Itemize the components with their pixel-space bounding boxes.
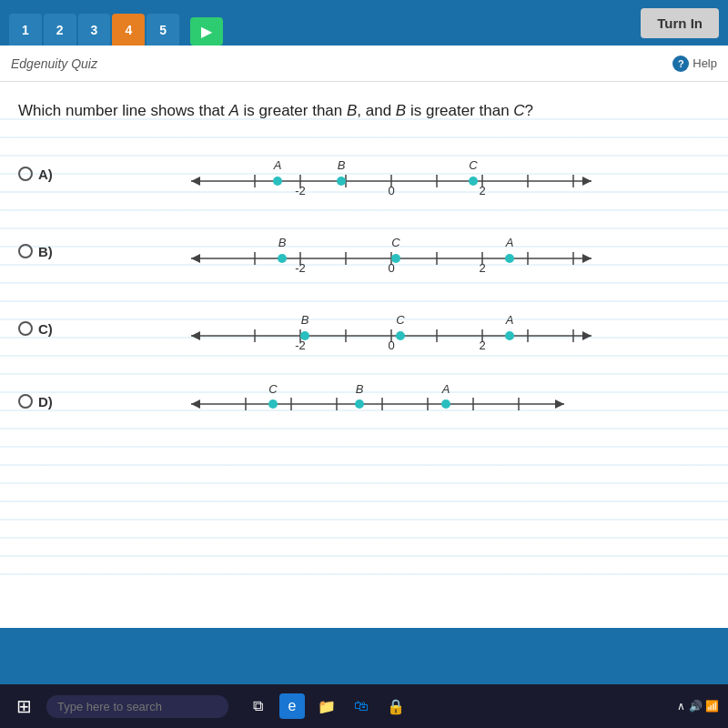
svg-text:C: C bbox=[268, 382, 278, 396]
svg-point-54 bbox=[300, 331, 309, 340]
tab-container: 1 2 3 4 5 ▶ bbox=[9, 0, 223, 46]
top-bar: 1 2 3 4 5 ▶ Turn In bbox=[0, 0, 728, 46]
svg-marker-21 bbox=[191, 254, 200, 263]
svg-text:0: 0 bbox=[388, 261, 394, 275]
browser-icon[interactable]: e bbox=[279, 693, 305, 719]
svg-point-70 bbox=[268, 399, 278, 409]
svg-text:B: B bbox=[356, 382, 364, 396]
svg-text:0: 0 bbox=[388, 184, 394, 197]
option-label-a: A) bbox=[38, 167, 64, 182]
svg-marker-42 bbox=[582, 331, 592, 340]
svg-text:2: 2 bbox=[479, 339, 485, 352]
svg-point-38 bbox=[505, 254, 514, 263]
svg-point-34 bbox=[278, 254, 287, 263]
svg-text:B: B bbox=[301, 313, 309, 327]
radio-c[interactable] bbox=[18, 321, 33, 336]
svg-text:C: C bbox=[391, 236, 400, 249]
svg-point-72 bbox=[355, 399, 364, 409]
store-icon[interactable]: 🛍 bbox=[349, 693, 374, 719]
taskbar: ⊞ ⧉ e 📁 🛍 🔒 ∧ 🔊 📶 bbox=[0, 684, 728, 728]
svg-text:-2: -2 bbox=[295, 261, 306, 275]
svg-marker-1 bbox=[191, 177, 200, 186]
svg-text:-2: -2 bbox=[295, 184, 306, 197]
option-row-d: D) C B bbox=[18, 381, 710, 422]
svg-text:A: A bbox=[273, 158, 282, 172]
lock-icon[interactable]: 🔒 bbox=[383, 693, 409, 719]
content-area: Edgenuity Quiz ? Help Which number line … bbox=[0, 46, 728, 628]
option-label-b: B) bbox=[38, 244, 64, 259]
svg-text:-2: -2 bbox=[295, 339, 306, 352]
number-line-a: -2 0 2 A B C bbox=[73, 149, 710, 199]
question-text: Which number line shows that A is greate… bbox=[18, 100, 710, 122]
tab-2[interactable]: 2 bbox=[44, 14, 76, 46]
play-button[interactable]: ▶ bbox=[190, 17, 223, 46]
svg-marker-41 bbox=[191, 331, 200, 340]
radio-group-a[interactable]: A) bbox=[18, 167, 64, 182]
tab-3[interactable]: 3 bbox=[78, 14, 111, 46]
radio-b[interactable] bbox=[18, 244, 33, 258]
taskbar-icons: ⧉ e 📁 🛍 🔒 bbox=[245, 693, 409, 719]
svg-point-56 bbox=[396, 331, 405, 340]
option-row-b: B) -2 0 2 bbox=[18, 227, 710, 277]
svg-text:B: B bbox=[278, 236, 287, 249]
svg-marker-62 bbox=[555, 399, 564, 409]
number-line-c: -2 0 2 B C A bbox=[73, 304, 710, 354]
option-label-c: C) bbox=[38, 321, 64, 337]
tab-4[interactable]: 4 bbox=[112, 14, 145, 46]
svg-text:A: A bbox=[441, 382, 450, 396]
edgenuity-logo: Edgenuity Quiz bbox=[11, 56, 97, 71]
search-input[interactable] bbox=[46, 695, 228, 718]
svg-marker-61 bbox=[191, 399, 200, 409]
radio-a[interactable] bbox=[18, 167, 33, 181]
help-button[interactable]: ? Help bbox=[672, 56, 717, 72]
svg-marker-22 bbox=[582, 254, 592, 263]
windows-button[interactable]: ⊞ bbox=[9, 692, 39, 721]
svg-text:A: A bbox=[505, 313, 514, 327]
svg-text:2: 2 bbox=[479, 184, 485, 197]
svg-text:C: C bbox=[396, 313, 405, 327]
number-line-d: C B A bbox=[73, 381, 710, 422]
option-label-d: D) bbox=[38, 394, 64, 410]
svg-point-58 bbox=[505, 331, 514, 340]
number-line-b: -2 0 2 B C A bbox=[73, 227, 710, 277]
svg-point-14 bbox=[273, 177, 282, 186]
tab-1[interactable]: 1 bbox=[9, 14, 42, 46]
svg-text:0: 0 bbox=[388, 339, 394, 352]
system-tray: ∧ 🔊 📶 bbox=[677, 700, 719, 713]
option-row-a: A) bbox=[18, 149, 710, 199]
radio-group-b[interactable]: B) bbox=[18, 244, 64, 259]
turn-in-button[interactable]: Turn In bbox=[641, 8, 719, 38]
svg-point-74 bbox=[441, 399, 450, 409]
svg-text:C: C bbox=[469, 158, 478, 172]
radio-group-d[interactable]: D) bbox=[18, 394, 64, 410]
folder-icon[interactable]: 📁 bbox=[314, 693, 339, 719]
svg-point-36 bbox=[391, 254, 400, 263]
quiz-content: Which number line shows that A is greate… bbox=[0, 82, 728, 628]
svg-marker-2 bbox=[582, 177, 592, 186]
svg-text:A: A bbox=[505, 236, 514, 249]
task-view-icon[interactable]: ⧉ bbox=[245, 693, 270, 719]
option-container: A) bbox=[18, 149, 710, 422]
svg-point-18 bbox=[469, 177, 478, 186]
svg-point-16 bbox=[337, 177, 346, 186]
svg-text:2: 2 bbox=[479, 261, 485, 275]
help-label: Help bbox=[693, 56, 717, 70]
help-icon: ? bbox=[672, 56, 689, 72]
taskbar-right: ∧ 🔊 📶 bbox=[677, 700, 719, 713]
option-row-c: C) -2 0 2 bbox=[18, 304, 710, 354]
edgenuity-bar: Edgenuity Quiz ? Help bbox=[0, 46, 728, 82]
radio-group-c[interactable]: C) bbox=[18, 321, 64, 337]
tab-5[interactable]: 5 bbox=[147, 14, 179, 46]
svg-text:B: B bbox=[338, 158, 346, 172]
radio-d[interactable] bbox=[18, 394, 33, 409]
